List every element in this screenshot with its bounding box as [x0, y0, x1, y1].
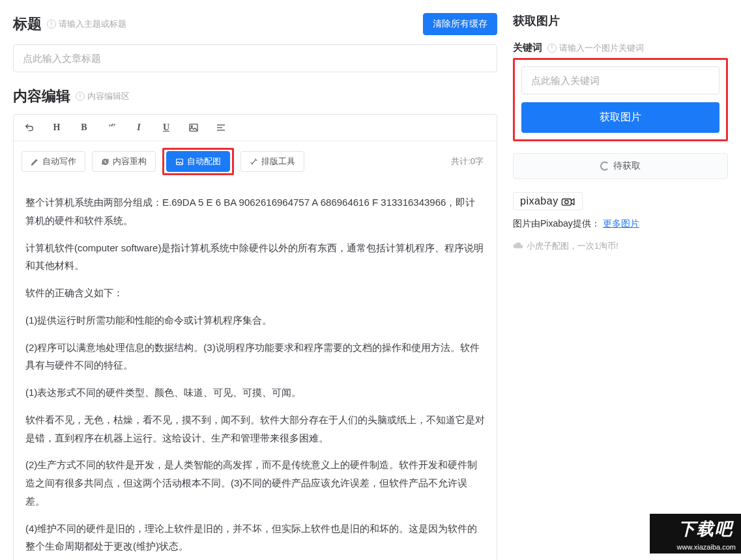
editor-box: H B “” I U 自动写作: [13, 114, 497, 560]
bold-icon[interactable]: B: [78, 121, 91, 134]
svg-point-7: [564, 201, 568, 204]
action-toolbar: 自动写作 内容重构 自动配图: [14, 141, 497, 184]
pencil-icon: [31, 158, 39, 166]
footer-note: 小虎子配图，一次1淘币!: [513, 240, 728, 252]
editor-paragraph: (1)表达形式不同的硬件类型、颜色、味道、可见、可摸、可闻。: [25, 384, 485, 402]
more-images-link[interactable]: 更多图片: [603, 218, 639, 229]
fetch-status: 待获取: [513, 153, 728, 179]
wand-icon: [250, 158, 258, 166]
clear-cache-button[interactable]: 清除所有缓存: [423, 13, 497, 35]
svg-rect-6: [562, 199, 571, 206]
editor-paragraph: 计算机软件(computer software)是指计算机系统中除硬件以外的所有…: [25, 239, 485, 275]
heading-icon[interactable]: H: [50, 121, 63, 134]
content-hint: ! 内容编辑区: [76, 91, 130, 102]
auto-image-highlight: 自动配图: [162, 148, 234, 175]
keyword-hint: ! 请输入一个图片关键词: [547, 42, 644, 54]
info-icon: !: [547, 44, 557, 53]
refresh-icon: [101, 158, 109, 166]
auto-image-button[interactable]: 自动配图: [166, 151, 230, 172]
editor-body[interactable]: 整个计算机系统由两部分组成：E.69DA 5 E 6 BA 9062616964…: [14, 184, 497, 560]
editor-paragraph: 软件的正确含义如下：: [25, 284, 485, 302]
underline-icon[interactable]: U: [160, 121, 173, 134]
editor-paragraph: (2)生产方式不同的软件是开发，是人类智能的高发挥，而不是传统意义上的硬件制造。…: [25, 456, 485, 510]
image-icon[interactable]: [187, 121, 200, 134]
info-icon: !: [76, 92, 85, 101]
editor-paragraph: (4)维护不同的硬件是旧的，理论上软件是旧的，并不坏，但实际上软件也是旧的和坏的…: [25, 520, 485, 556]
editor-paragraph: 整个计算机系统由两部分组成：E.69DA 5 E 6 BA 9062616964…: [25, 193, 485, 230]
content-label: 内容编辑: [13, 87, 70, 106]
format-toolbar: H B “” I U: [14, 115, 497, 141]
title-label: 标题: [13, 14, 42, 34]
watermark: 下载吧 www.xiazaiba.com: [650, 514, 741, 553]
char-count: 共计:0字: [451, 156, 484, 167]
spinner-icon: [600, 161, 609, 171]
keyword-highlight-box: 获取图片: [513, 58, 728, 141]
image-small-icon: [175, 158, 184, 166]
italic-icon[interactable]: I: [132, 121, 145, 134]
undo-icon[interactable]: [23, 121, 36, 134]
auto-write-button[interactable]: 自动写作: [22, 151, 85, 172]
keyword-label: 关键词: [513, 42, 542, 54]
cloud-icon: [513, 242, 523, 250]
title-hint: ! 请输入主题或标题: [47, 18, 126, 30]
camera-icon: [561, 197, 575, 206]
pixabay-logo: pixabay: [513, 192, 583, 210]
keyword-input[interactable]: [521, 66, 719, 94]
image-credit: 图片由Pixabay提供： 更多图片: [513, 218, 728, 230]
fetch-image-button[interactable]: 获取图片: [521, 102, 719, 133]
image-panel-title: 获取图片: [513, 14, 560, 27]
title-input[interactable]: [13, 44, 497, 72]
editor-paragraph: (2)程序可以满意地处理信息的数据结构。(3)说明程序功能要求和程序需要的文档的…: [25, 339, 485, 375]
editor-paragraph: 软件看不见，无色，枯燥，看不见，摸不到，闻不到。软件大部分存在于人们的头脑或纸上…: [25, 411, 485, 447]
restructure-button[interactable]: 内容重构: [92, 151, 156, 172]
layout-tool-button[interactable]: 排版工具: [240, 151, 304, 172]
svg-point-1: [191, 126, 192, 127]
quote-icon[interactable]: “”: [105, 121, 118, 134]
title-section-header: 标题 ! 请输入主题或标题 清除所有缓存: [13, 13, 497, 35]
editor-paragraph: (1)提供运行时所需功能和性能的命令或计算机程序集合。: [25, 311, 485, 329]
info-icon: !: [47, 20, 56, 29]
align-icon[interactable]: [214, 121, 227, 134]
